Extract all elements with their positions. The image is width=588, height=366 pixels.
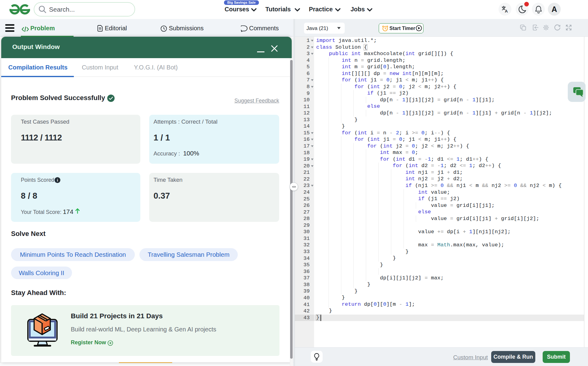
svg-text:A: A	[505, 9, 508, 13]
